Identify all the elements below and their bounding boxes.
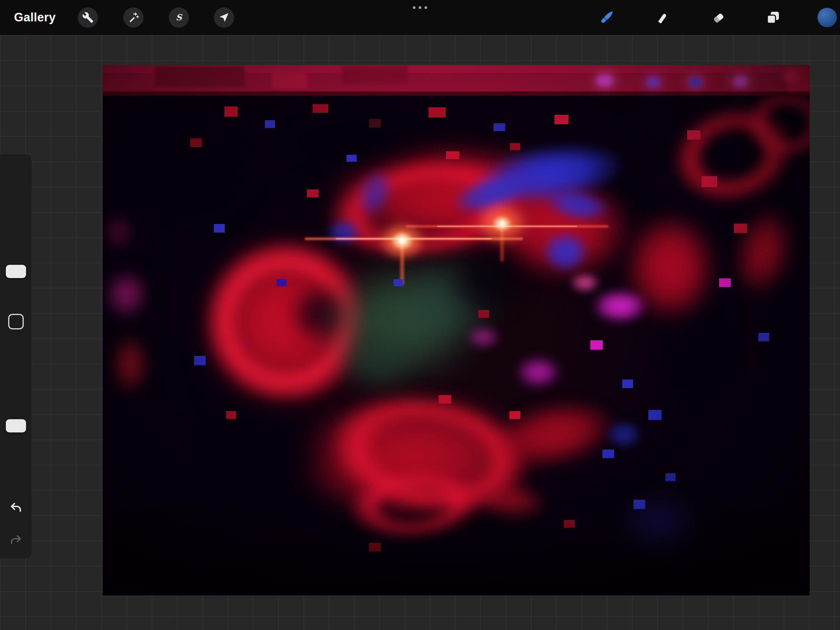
art-shape bbox=[440, 119, 660, 229]
art-shape bbox=[642, 76, 810, 233]
art-shape bbox=[342, 66, 408, 84]
art-shape bbox=[532, 222, 598, 281]
art-shape bbox=[305, 238, 523, 240]
art-shape bbox=[394, 279, 403, 286]
art-shape bbox=[429, 232, 546, 333]
art-shape bbox=[318, 214, 369, 251]
art-shape bbox=[290, 359, 569, 549]
art-shape bbox=[460, 154, 663, 302]
artwork-layers bbox=[103, 65, 810, 595]
art-shape bbox=[494, 123, 505, 131]
art-shape bbox=[604, 189, 737, 345]
art-shape bbox=[439, 395, 451, 404]
brush-size-slider[interactable] bbox=[0, 154, 32, 310]
multitask-dots-icon[interactable] bbox=[413, 6, 427, 9]
art-shape bbox=[591, 70, 619, 91]
art-shape bbox=[250, 110, 453, 176]
redo-button[interactable] bbox=[7, 532, 24, 549]
art-shape bbox=[290, 130, 561, 289]
art-shape bbox=[564, 269, 606, 296]
art-shape bbox=[787, 66, 810, 91]
art-shape bbox=[457, 467, 565, 535]
art-shape bbox=[665, 473, 676, 481]
art-shape bbox=[507, 351, 569, 394]
art-shape bbox=[734, 224, 747, 233]
art-shape bbox=[758, 333, 769, 341]
paint-tool-button[interactable] bbox=[598, 9, 616, 26]
art-shape bbox=[180, 388, 352, 520]
art-shape bbox=[628, 314, 744, 407]
art-shape bbox=[527, 176, 626, 234]
art-shape bbox=[313, 104, 328, 113]
art-shape bbox=[134, 127, 274, 236]
actions-button[interactable] bbox=[78, 7, 98, 28]
transform-button[interactable] bbox=[214, 7, 234, 28]
color-swatch[interactable] bbox=[817, 8, 837, 27]
paint-brush-icon bbox=[598, 9, 615, 26]
art-shape bbox=[635, 67, 672, 97]
art-shape bbox=[317, 314, 433, 407]
art-shape bbox=[103, 261, 155, 327]
art-shape bbox=[122, 104, 783, 570]
gallery-button[interactable]: Gallery bbox=[14, 0, 56, 35]
art-shape bbox=[428, 151, 555, 235]
selection-s-icon: S bbox=[173, 12, 185, 23]
art-shape bbox=[369, 543, 381, 551]
art-shape bbox=[634, 500, 645, 509]
art-shape bbox=[728, 71, 753, 91]
undo-button[interactable] bbox=[7, 499, 24, 516]
art-shape bbox=[429, 107, 446, 117]
canvas[interactable] bbox=[103, 65, 810, 595]
art-shape bbox=[478, 310, 489, 318]
art-shape bbox=[274, 119, 632, 275]
art-shape bbox=[369, 119, 381, 128]
art-shape bbox=[103, 65, 810, 91]
layers-icon bbox=[765, 9, 781, 26]
art-shape bbox=[604, 483, 713, 565]
art-shape bbox=[437, 226, 577, 227]
smudge-tool-button[interactable] bbox=[654, 9, 672, 26]
art-shape bbox=[387, 228, 418, 254]
art-shape bbox=[103, 92, 810, 96]
art-shape bbox=[581, 283, 659, 329]
selection-button[interactable]: S bbox=[169, 7, 189, 28]
art-shape bbox=[497, 219, 508, 228]
art-shape bbox=[194, 356, 206, 365]
art-shape bbox=[677, 68, 714, 96]
opacity-handle[interactable] bbox=[6, 419, 26, 432]
art-shape bbox=[307, 189, 318, 197]
workspace-background bbox=[0, 35, 840, 630]
art-shape bbox=[721, 66, 760, 96]
art-shape bbox=[243, 364, 585, 551]
undo-icon bbox=[9, 501, 23, 515]
art-shape bbox=[155, 66, 245, 87]
wrench-actions-icon bbox=[82, 12, 94, 23]
redo-icon bbox=[9, 533, 23, 547]
art-shape bbox=[105, 324, 155, 405]
opacity-slider[interactable] bbox=[0, 337, 32, 493]
art-shape bbox=[406, 226, 608, 228]
eraser-tool-button[interactable] bbox=[709, 9, 727, 26]
art-shape bbox=[103, 65, 810, 73]
art-shape bbox=[641, 72, 665, 92]
modify-button[interactable] bbox=[8, 314, 24, 329]
art-shape bbox=[103, 207, 140, 257]
art-shape bbox=[274, 271, 367, 357]
art-shape bbox=[555, 115, 569, 124]
art-shape bbox=[276, 279, 287, 286]
art-shape bbox=[401, 234, 404, 285]
art-shape bbox=[622, 380, 633, 388]
art-shape bbox=[501, 219, 504, 261]
art-shape bbox=[341, 152, 409, 234]
art-shape bbox=[369, 214, 435, 268]
art-shape bbox=[325, 452, 503, 556]
art-shape bbox=[684, 73, 707, 91]
art-shape bbox=[289, 234, 515, 409]
adjustments-button[interactable] bbox=[123, 7, 144, 28]
eraser-icon bbox=[710, 9, 726, 26]
layers-button[interactable] bbox=[764, 9, 782, 26]
art-shape bbox=[602, 450, 614, 458]
art-shape bbox=[190, 138, 202, 147]
art-shape bbox=[224, 107, 238, 117]
brush-size-handle[interactable] bbox=[6, 265, 26, 278]
